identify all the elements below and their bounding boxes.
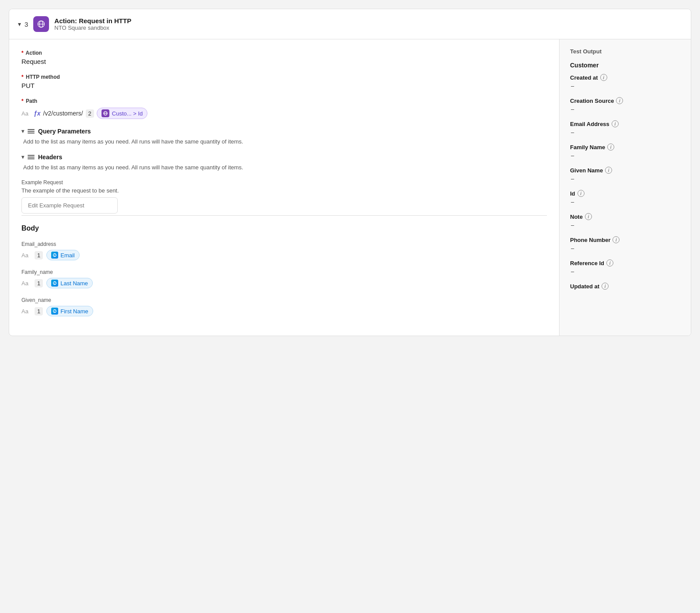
- globe-icon: [102, 109, 109, 117]
- query-chevron-icon: ▾: [21, 128, 24, 134]
- output-field-name-created-at: Created at i: [570, 74, 680, 81]
- action-type-icon: [33, 16, 49, 32]
- headers-desc: Add to the list as many items as you nee…: [23, 164, 547, 171]
- path-row: Aa ƒx /v2/customers/ 2: [21, 108, 547, 119]
- salesforce-icon-given: [51, 308, 58, 315]
- action-subtitle: NTO Square sandbox: [54, 25, 131, 31]
- info-icon-given-name[interactable]: i: [605, 167, 612, 174]
- output-field-value-phone-number: –: [570, 245, 680, 252]
- collapse-button[interactable]: ▾: [18, 21, 21, 28]
- body-field-email: Email_address Aa 1 Email: [21, 241, 547, 260]
- output-section-title: Customer: [570, 62, 680, 69]
- body-field-given: Given_name Aa 1 First Name: [21, 297, 547, 316]
- output-field-reference-id: Reference Id i –: [570, 259, 680, 275]
- badge-email: 1: [35, 251, 43, 259]
- action-title: Action: Request in HTTP: [54, 17, 131, 25]
- output-field-value-creation-source: –: [570, 106, 680, 112]
- aa-label: Aa: [21, 110, 31, 117]
- body-field-label-email: Email_address: [21, 241, 547, 247]
- info-icon-family-name[interactable]: i: [607, 144, 614, 151]
- body-field-row-family: Aa 1 Last Name: [21, 278, 547, 288]
- info-icon-updated-at[interactable]: i: [602, 283, 609, 290]
- required-star: *: [21, 50, 24, 56]
- badge-family: 1: [35, 279, 43, 287]
- example-request-label: Example Request: [21, 179, 547, 186]
- given-sf-pill[interactable]: First Name: [46, 306, 93, 316]
- path-badge: 2: [86, 109, 94, 118]
- right-panel: Test Output Customer Created at i – Crea…: [560, 39, 691, 336]
- output-field-creation-source: Creation Source i –: [570, 97, 680, 112]
- chevron-icon: ▾: [18, 21, 21, 28]
- body-field-label-family: Family_name: [21, 269, 547, 275]
- body-field-family: Family_name Aa 1 Last Name: [21, 269, 547, 288]
- info-icon-email-address[interactable]: i: [612, 120, 619, 127]
- query-params-header[interactable]: ▾ Query Parameters: [21, 128, 547, 135]
- info-icon-created-at[interactable]: i: [600, 74, 607, 81]
- customer-id-pill[interactable]: Custo... > Id: [97, 108, 147, 119]
- output-field-name-phone-number: Phone Number i: [570, 236, 680, 243]
- step-number: 3: [24, 21, 28, 28]
- fx-button[interactable]: ƒx: [34, 110, 41, 117]
- path-text: /v2/customers/: [43, 110, 83, 117]
- path-field-label: * Path: [21, 98, 547, 104]
- output-field-name-creation-source: Creation Source i: [570, 97, 680, 104]
- info-icon-id[interactable]: i: [578, 190, 584, 197]
- required-star-path: *: [21, 98, 24, 104]
- output-field-value-id: –: [570, 199, 680, 205]
- output-field-email-address: Email Address i –: [570, 120, 680, 136]
- action-field-label: * Action: [21, 50, 547, 56]
- layers-icon: [28, 129, 35, 133]
- card-header: ▾ 3 Action: Request in HTTP NTO Square s…: [9, 9, 691, 39]
- info-icon-phone-number[interactable]: i: [612, 236, 620, 243]
- aa-label-email: Aa: [21, 252, 31, 259]
- info-icon-creation-source[interactable]: i: [616, 97, 623, 104]
- headers-section-header[interactable]: ▾ Headers: [21, 154, 547, 161]
- headers-chevron-icon: ▾: [21, 154, 24, 160]
- body-section: Body Email_address Aa 1: [21, 215, 547, 316]
- example-request-desc: The example of the request to be sent.: [21, 187, 547, 194]
- output-field-value-created-at: –: [570, 83, 680, 89]
- output-field-value-given-name: –: [570, 175, 680, 182]
- output-field-name-reference-id: Reference Id i: [570, 259, 680, 266]
- output-field-value-reference-id: –: [570, 268, 680, 275]
- output-field-id: Id i –: [570, 190, 680, 205]
- example-request-input[interactable]: [21, 197, 118, 214]
- aa-label-given: Aa: [21, 308, 31, 315]
- body-title: Body: [21, 224, 547, 232]
- left-panel: * Action Request * HTTP method PUT * Pat…: [9, 39, 560, 336]
- output-field-name-updated-at: Updated at i: [570, 283, 680, 290]
- body-field-label-given: Given_name: [21, 297, 547, 303]
- output-field-name-id: Id i: [570, 190, 680, 197]
- output-field-name-given-name: Given Name i: [570, 167, 680, 174]
- test-output-title: Test Output: [570, 48, 680, 55]
- output-field-name-email-address: Email Address i: [570, 120, 680, 127]
- output-field-value-email-address: –: [570, 129, 680, 136]
- http-method-value: PUT: [21, 82, 547, 89]
- http-method-label: * HTTP method: [21, 74, 547, 80]
- salesforce-icon-family: [51, 280, 58, 287]
- info-icon-note[interactable]: i: [585, 213, 592, 220]
- body-field-row-given: Aa 1 First Name: [21, 306, 547, 316]
- aa-label-family: Aa: [21, 280, 31, 287]
- card-body: * Action Request * HTTP method PUT * Pat…: [9, 39, 691, 336]
- output-field-name-note: Note i: [570, 213, 680, 220]
- output-field-value-note: –: [570, 222, 680, 228]
- query-params-label: Query Parameters: [38, 128, 91, 135]
- output-field-phone-number: Phone Number i –: [570, 236, 680, 252]
- output-field-given-name: Given Name i –: [570, 167, 680, 182]
- family-sf-pill[interactable]: Last Name: [46, 278, 93, 288]
- info-icon-reference-id[interactable]: i: [606, 259, 613, 266]
- query-params-desc: Add to the list as many items as you nee…: [23, 138, 547, 145]
- salesforce-icon-email: [51, 252, 58, 259]
- header-text-block: Action: Request in HTTP NTO Square sandb…: [54, 17, 131, 31]
- headers-layers-icon: [28, 155, 35, 159]
- output-field-value-family-name: –: [570, 152, 680, 159]
- output-field-updated-at: Updated at i: [570, 283, 680, 290]
- headers-label: Headers: [38, 154, 62, 161]
- output-field-note: Note i –: [570, 213, 680, 228]
- output-field-family-name: Family Name i –: [570, 144, 680, 159]
- body-field-row-email: Aa 1 Email: [21, 250, 547, 260]
- badge-given: 1: [35, 307, 43, 315]
- action-value: Request: [21, 58, 547, 65]
- email-sf-pill[interactable]: Email: [46, 250, 80, 260]
